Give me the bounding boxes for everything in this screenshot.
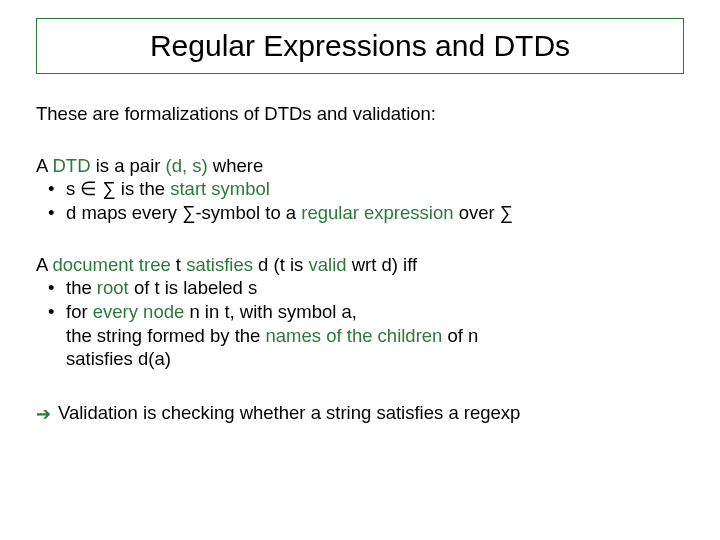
symbol-sigma: ∑	[500, 202, 513, 223]
text: the string formed by the	[66, 325, 266, 346]
symbol-sigma: ∑	[103, 178, 116, 199]
term-doc-tree: document tree	[52, 254, 170, 275]
satisfies-bullets: the root of t is labeled s for every nod…	[36, 276, 684, 371]
term-satisfies: satisfies	[186, 254, 253, 275]
text: of n	[442, 325, 478, 346]
satisfies-line: A document tree t satisfies d (t is vali…	[36, 253, 684, 277]
continuation: satisfies d(a)	[66, 347, 684, 371]
text: d maps every	[66, 202, 182, 223]
term-regex: regular expression	[301, 202, 453, 223]
term-start-symbol: start symbol	[170, 178, 270, 199]
dtd-definition: A DTD is a pair (d, s) where s ∈ ∑ is th…	[36, 154, 684, 225]
arrow-icon: ➔	[36, 403, 51, 426]
term-names-children: names of the children	[266, 325, 443, 346]
text: A	[36, 155, 52, 176]
satisfies-definition: A document tree t satisfies d (t is vali…	[36, 253, 684, 371]
text: the	[66, 277, 97, 298]
text: where	[208, 155, 264, 176]
text: of t is labeled s	[129, 277, 258, 298]
text: wrt d) iff	[347, 254, 418, 275]
text: t	[171, 254, 186, 275]
conclusion-line: ➔ Validation is checking whether a strin…	[36, 401, 684, 425]
text: A	[36, 254, 52, 275]
dtd-bullets: s ∈ ∑ is the start symbol d maps every ∑…	[36, 177, 684, 224]
symbol-in: ∈	[80, 178, 97, 199]
dtd-def-line: A DTD is a pair (d, s) where	[36, 154, 684, 178]
list-item: s ∈ ∑ is the start symbol	[54, 177, 684, 201]
intro-paragraph: These are formalizations of DTDs and val…	[36, 102, 684, 126]
term-valid: valid	[309, 254, 347, 275]
text: s	[66, 178, 80, 199]
text: for	[66, 301, 93, 322]
term-root: root	[97, 277, 129, 298]
slide-body: These are formalizations of DTDs and val…	[36, 102, 684, 425]
text: n in t, with symbol a,	[184, 301, 357, 322]
continuation: the string formed by the names of the ch…	[66, 324, 684, 348]
symbol-sigma: ∑	[182, 202, 195, 223]
term-pair: (d, s)	[166, 155, 208, 176]
slide-title: Regular Expressions and DTDs	[150, 29, 570, 63]
text: d (t is	[253, 254, 309, 275]
conclusion-text: Validation is checking whether a string …	[58, 402, 520, 423]
list-item: the root of t is labeled s	[54, 276, 684, 300]
text: over	[454, 202, 500, 223]
list-item: d maps every ∑-symbol to a regular expre…	[54, 201, 684, 225]
text: is the	[116, 178, 171, 199]
term-dtd: DTD	[52, 155, 90, 176]
title-box: Regular Expressions and DTDs	[36, 18, 684, 74]
term-every-node: every node	[93, 301, 185, 322]
text: -symbol to a	[195, 202, 301, 223]
text: is a pair	[91, 155, 166, 176]
list-item: for every node n in t, with symbol a, th…	[54, 300, 684, 371]
